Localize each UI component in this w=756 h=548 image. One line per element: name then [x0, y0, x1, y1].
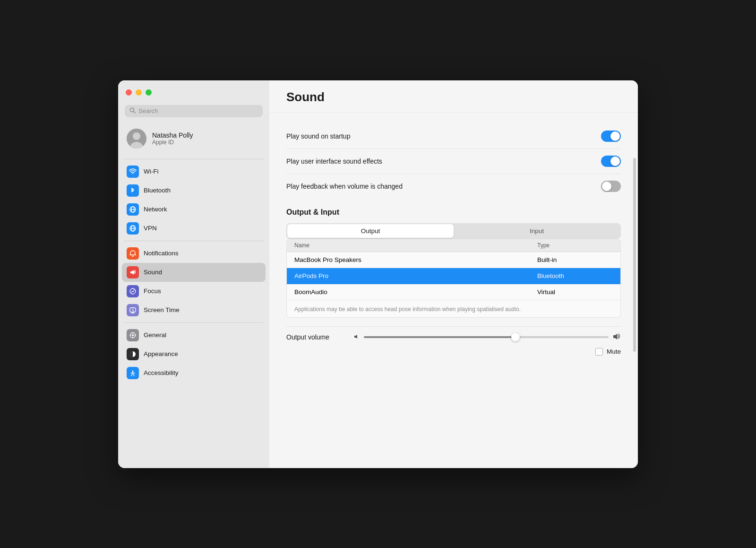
- sidebar-item-accessibility-label: Accessibility: [144, 369, 179, 376]
- sidebar-item-appearance[interactable]: Appearance: [122, 345, 266, 364]
- sidebar-item-sound[interactable]: Sound: [122, 263, 266, 282]
- table-row-boomaudio[interactable]: BoomAudio Virtual: [287, 284, 620, 300]
- table-note: Applications may be able to access head …: [287, 300, 620, 317]
- sidebar-divider-1: [124, 159, 264, 159]
- setting-feedback: Play feedback when volume is changed: [286, 174, 621, 199]
- sidebar-item-vpn-label: VPN: [144, 225, 157, 232]
- close-button[interactable]: [126, 89, 132, 96]
- tab-output[interactable]: Output: [287, 224, 454, 238]
- toggle-knob: [610, 131, 620, 141]
- search-bar[interactable]: [125, 105, 263, 117]
- sidebar-item-network-label: Network: [144, 206, 167, 213]
- page-title: Sound: [286, 90, 621, 104]
- volume-slider[interactable]: [364, 336, 609, 338]
- devices-table: Name Type MacBook Pro Speakers Built-in …: [286, 239, 621, 318]
- sidebar-item-bluetooth[interactable]: Bluetooth: [122, 181, 266, 200]
- device-airpods-name: AirPods Pro: [294, 272, 537, 279]
- device-boomaudio-type: Virtual: [537, 288, 613, 296]
- startup-sound-label: Play sound on startup: [286, 132, 350, 140]
- volume-high-icon: [612, 332, 621, 342]
- maximize-button[interactable]: [146, 89, 152, 96]
- user-info: Natasha Polly Apple ID: [152, 131, 193, 146]
- sidebar-item-network[interactable]: Network: [122, 200, 266, 219]
- slider-thumb: [511, 333, 520, 341]
- sidebar-scroll: Natasha Polly Apple ID W: [118, 125, 269, 468]
- sidebar-item-screen-time-label: Screen Time: [144, 306, 180, 313]
- svg-point-3: [133, 132, 140, 140]
- system-preferences-window: Natasha Polly Apple ID W: [118, 80, 638, 468]
- tab-input[interactable]: Input: [454, 224, 620, 238]
- focus-icon: [127, 285, 139, 297]
- toggle-knob: [610, 157, 620, 166]
- sidebar-item-wifi[interactable]: Wi-Fi: [122, 162, 266, 181]
- sidebar-item-accessibility[interactable]: Accessibility: [122, 364, 266, 383]
- sidebar-section-network: Wi-Fi Bluetooth: [122, 162, 266, 238]
- sidebar-item-general-label: General: [144, 331, 166, 339]
- device-boomaudio-name: BoomAudio: [294, 288, 537, 296]
- sidebar-item-bluetooth-label: Bluetooth: [144, 187, 171, 194]
- avatar: [127, 129, 146, 148]
- table-row-airpods[interactable]: AirPods Pro Bluetooth: [287, 268, 620, 284]
- sidebar-item-sound-label: Sound: [144, 269, 162, 276]
- sidebar-item-focus-label: Focus: [144, 287, 161, 295]
- setting-startup-sound: Play sound on startup: [286, 124, 621, 149]
- search-icon: [129, 107, 136, 115]
- user-name: Natasha Polly: [152, 131, 193, 139]
- screen-time-icon: [127, 304, 139, 316]
- sidebar-item-vpn[interactable]: VPN: [122, 219, 266, 238]
- user-subtitle: Apple ID: [152, 139, 193, 146]
- scrollbar[interactable]: [633, 158, 636, 352]
- minimize-button[interactable]: [136, 89, 142, 96]
- sidebar-divider-3: [124, 322, 264, 323]
- volume-low-icon: [353, 333, 360, 341]
- mute-row: Mute: [286, 346, 621, 357]
- volume-slider-container: [353, 332, 621, 342]
- device-airpods-type: Bluetooth: [537, 272, 613, 279]
- volume-row: Output volume: [286, 326, 621, 346]
- table-header: Name Type: [287, 239, 620, 252]
- titlebar: [118, 80, 269, 105]
- user-profile[interactable]: Natasha Polly Apple ID: [122, 125, 266, 156]
- main-settings: Play sound on startup Play user interfac…: [269, 113, 638, 468]
- toggle-knob: [602, 182, 611, 191]
- output-input-section-header: Output & Input: [286, 208, 621, 217]
- mute-checkbox[interactable]: [595, 348, 603, 356]
- main-header: Sound: [269, 80, 638, 113]
- table-row-macbook[interactable]: MacBook Pro Speakers Built-in: [287, 252, 620, 268]
- table-header-type: Type: [537, 242, 613, 249]
- mute-label: Mute: [607, 348, 621, 355]
- settings-list: Play sound on startup Play user interfac…: [286, 124, 621, 199]
- vpn-icon: [127, 222, 139, 235]
- device-macbook-type: Built-in: [537, 256, 613, 263]
- appearance-icon: [127, 348, 139, 360]
- main-content: Sound Play sound on startup Play user in…: [269, 80, 638, 468]
- feedback-label: Play feedback when volume is changed: [286, 183, 403, 190]
- svg-line-1: [134, 111, 136, 113]
- accessibility-icon: [127, 367, 139, 379]
- table-header-name: Name: [294, 242, 537, 249]
- svg-point-13: [132, 334, 134, 336]
- device-macbook-name: MacBook Pro Speakers: [294, 256, 537, 263]
- sidebar-item-general[interactable]: General: [122, 326, 266, 345]
- sidebar: Natasha Polly Apple ID W: [118, 80, 269, 468]
- sidebar-item-appearance-label: Appearance: [144, 350, 178, 357]
- sidebar-item-screen-time[interactable]: Screen Time: [122, 301, 266, 320]
- slider-fill: [364, 336, 515, 338]
- volume-section: Output volume: [286, 326, 621, 357]
- sidebar-item-focus[interactable]: Focus: [122, 282, 266, 301]
- sidebar-item-notifications[interactable]: Notifications: [122, 244, 266, 263]
- sidebar-section-general: General Appearance: [122, 326, 266, 383]
- setting-ui-effects: Play user interface sound effects: [286, 149, 621, 174]
- wifi-icon: [127, 165, 139, 178]
- search-input[interactable]: [138, 107, 258, 114]
- startup-sound-toggle[interactable]: [601, 130, 621, 142]
- sidebar-item-notifications-label: Notifications: [144, 250, 179, 257]
- sidebar-item-wifi-label: Wi-Fi: [144, 168, 158, 175]
- sound-icon: [127, 266, 139, 278]
- ui-effects-label: Play user interface sound effects: [286, 157, 382, 165]
- network-icon: [127, 203, 139, 216]
- bluetooth-icon: [127, 184, 139, 197]
- feedback-toggle[interactable]: [601, 181, 621, 192]
- general-icon: [127, 329, 139, 341]
- ui-effects-toggle[interactable]: [601, 156, 621, 167]
